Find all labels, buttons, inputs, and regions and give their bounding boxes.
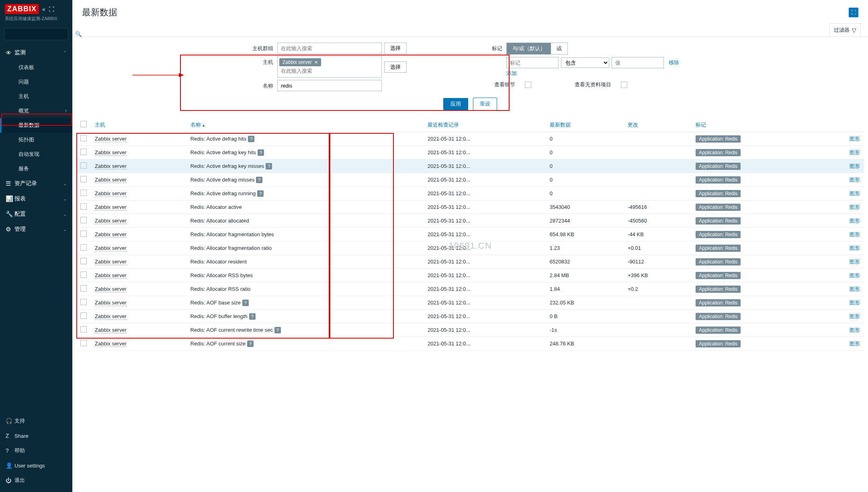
row-checkbox[interactable] xyxy=(80,272,87,278)
app-tag[interactable]: Application: Redis xyxy=(696,135,741,143)
host-link[interactable]: Zabbix server xyxy=(95,272,127,279)
app-tag[interactable]: Application: Redis xyxy=(696,149,741,156)
help-icon[interactable]: ? xyxy=(274,327,281,333)
row-checkbox[interactable] xyxy=(80,190,87,196)
footer-item-3[interactable]: 👤User settings xyxy=(0,458,72,473)
col-lastcheck[interactable]: 最近检查记录 xyxy=(424,118,546,132)
host-link[interactable]: Zabbix server xyxy=(95,231,127,238)
row-checkbox[interactable] xyxy=(80,299,87,305)
tag-mode-or[interactable]: 或 xyxy=(551,43,567,54)
host-select-button[interactable]: 选择 xyxy=(384,61,407,73)
app-tag[interactable]: Application: Redis xyxy=(696,340,741,347)
help-icon[interactable]: ? xyxy=(266,163,272,169)
app-tag[interactable]: Application: Redis xyxy=(696,217,741,225)
nav-administration[interactable]: ⚙ 管理 ⌄ xyxy=(0,222,72,237)
row-checkbox[interactable] xyxy=(80,285,87,292)
host-link[interactable]: Zabbix server xyxy=(95,136,127,142)
sidebar-search-input[interactable] xyxy=(8,31,75,37)
app-tag[interactable]: Application: Redis xyxy=(696,190,741,197)
remove-chip-icon[interactable]: ✕ xyxy=(314,60,318,65)
graph-link[interactable]: 图形 xyxy=(850,163,860,169)
col-tags[interactable]: 标记 xyxy=(692,118,819,132)
help-icon[interactable]: ? xyxy=(249,313,256,320)
col-lastdata[interactable]: 最新数据 xyxy=(546,118,624,132)
nav-inventory[interactable]: ☰ 资产记录 ⌄ xyxy=(0,176,72,191)
sidebar-item-1[interactable]: 问题 xyxy=(0,75,72,89)
app-tag[interactable]: Application: Redis xyxy=(696,163,741,170)
app-tag[interactable]: Application: Redis xyxy=(696,258,741,265)
host-link[interactable]: Zabbix server xyxy=(95,259,127,265)
footer-item-2[interactable]: ?帮助 xyxy=(0,443,72,458)
host-link[interactable]: Zabbix server xyxy=(95,245,127,251)
show-details-checkbox[interactable] xyxy=(525,82,531,88)
graph-link[interactable]: 图形 xyxy=(850,259,860,265)
graph-link[interactable]: 图形 xyxy=(850,245,860,251)
help-icon[interactable]: ? xyxy=(258,149,264,156)
footer-item-0[interactable]: 🎧支持 xyxy=(0,413,72,429)
graph-link[interactable]: 图形 xyxy=(850,313,860,319)
host-link[interactable]: Zabbix server xyxy=(95,149,127,156)
name-input[interactable] xyxy=(277,80,382,91)
graph-link[interactable]: 图形 xyxy=(850,341,860,347)
app-tag[interactable]: Application: Redis xyxy=(696,231,741,238)
app-tag[interactable]: Application: Redis xyxy=(696,176,741,184)
graph-link[interactable]: 图形 xyxy=(850,204,860,210)
row-checkbox[interactable] xyxy=(80,217,87,223)
graph-link[interactable]: 图形 xyxy=(850,136,860,142)
host-input[interactable] xyxy=(279,66,380,76)
app-tag[interactable]: Application: Redis xyxy=(696,204,741,211)
graph-link[interactable]: 图形 xyxy=(850,272,860,278)
host-chip[interactable]: Zabbix server ✕ xyxy=(279,58,321,66)
host-multiselect[interactable]: Zabbix server ✕ xyxy=(277,56,382,78)
help-icon[interactable]: ? xyxy=(247,341,254,347)
tag-mode-andor[interactable]: 与/或（默认） xyxy=(507,43,551,54)
reset-button[interactable]: 重设 xyxy=(473,98,497,110)
row-checkbox[interactable] xyxy=(80,258,87,264)
host-link[interactable]: Zabbix server xyxy=(95,341,127,347)
nav-monitoring[interactable]: 👁 监测 ⌃ xyxy=(0,45,72,60)
tag-add-link[interactable]: 添加 xyxy=(506,70,517,77)
hostgroup-select-button[interactable]: 选择 xyxy=(384,43,407,54)
col-change[interactable]: 更改 xyxy=(624,118,692,132)
sidebar-item-4[interactable]: 最新数据 xyxy=(0,118,72,133)
row-checkbox[interactable] xyxy=(80,135,87,141)
row-checkbox[interactable] xyxy=(80,203,87,210)
graph-link[interactable]: 图形 xyxy=(850,327,860,333)
select-all-checkbox[interactable] xyxy=(80,121,87,127)
sidebar-search[interactable]: 🔍 xyxy=(4,28,68,40)
help-icon[interactable]: ? xyxy=(257,190,264,197)
host-link[interactable]: Zabbix server xyxy=(95,286,127,292)
host-link[interactable]: Zabbix server xyxy=(95,327,127,333)
help-icon[interactable]: ? xyxy=(248,136,254,142)
host-link[interactable]: Zabbix server xyxy=(95,218,127,224)
col-host[interactable]: 主机 xyxy=(91,118,186,132)
row-checkbox[interactable] xyxy=(80,326,87,333)
row-checkbox[interactable] xyxy=(80,231,87,237)
sidebar-fullscreen-icon[interactable]: ⛶ xyxy=(49,6,54,12)
row-checkbox[interactable] xyxy=(80,340,87,346)
app-tag[interactable]: Application: Redis xyxy=(696,299,741,306)
graph-link[interactable]: 图形 xyxy=(850,190,860,196)
row-checkbox[interactable] xyxy=(80,312,87,319)
graph-link[interactable]: 图形 xyxy=(850,300,860,306)
hostgroup-input[interactable] xyxy=(277,43,382,54)
footer-item-1[interactable]: ZShare xyxy=(0,429,72,443)
row-checkbox[interactable] xyxy=(80,162,87,169)
help-icon[interactable]: ? xyxy=(256,177,262,183)
tag-value-input[interactable] xyxy=(612,57,664,68)
host-link[interactable]: Zabbix server xyxy=(95,300,127,306)
app-tag[interactable]: Application: Redis xyxy=(696,272,741,279)
graph-link[interactable]: 图形 xyxy=(850,177,860,183)
tag-name-input[interactable] xyxy=(506,57,559,68)
col-name[interactable]: 名称 xyxy=(186,118,424,132)
show-nodata-checkbox[interactable] xyxy=(621,82,627,88)
app-tag[interactable]: Application: Redis xyxy=(696,286,741,293)
kiosk-mode-button[interactable]: ⛶ xyxy=(849,8,858,17)
filter-tab[interactable]: 过滤器 ▽ xyxy=(829,23,861,37)
graph-link[interactable]: 图形 xyxy=(850,286,860,292)
app-tag[interactable]: Application: Redis xyxy=(696,245,741,252)
host-link[interactable]: Zabbix server xyxy=(95,204,127,210)
help-icon[interactable]: ? xyxy=(242,300,249,306)
sidebar-item-2[interactable]: 主机 xyxy=(0,89,72,104)
sidebar-collapse-icon[interactable]: « xyxy=(42,6,45,12)
